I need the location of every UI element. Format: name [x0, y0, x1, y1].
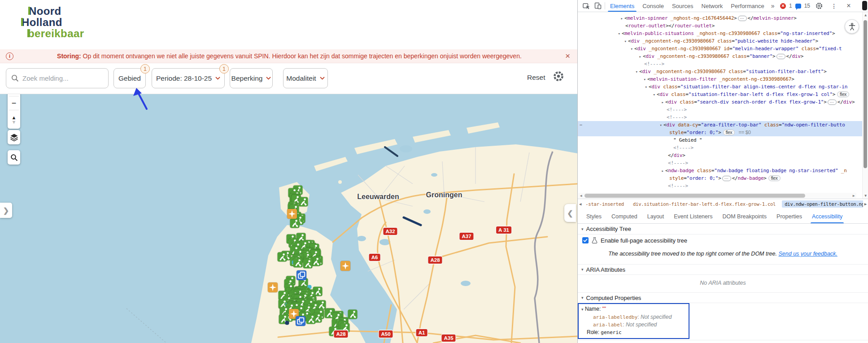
- pane-tab-layout[interactable]: Layout: [643, 211, 668, 223]
- pane-tab-properties[interactable]: Properties: [772, 211, 806, 223]
- breadcrumb-item[interactable]: div.situation-filter-bar-left.d-flex.fle…: [630, 200, 778, 208]
- feedback-link[interactable]: Send us your feedback.: [779, 251, 837, 257]
- banner-close-icon[interactable]: ×: [565, 51, 570, 61]
- breadcrumb-scroll-left-icon[interactable]: ◀: [578, 202, 583, 206]
- cluster-marker[interactable]: [297, 270, 306, 280]
- inspect-element-icon[interactable]: [580, 0, 592, 11]
- dom-tree-row[interactable]: ▾<melvin-public-situations _nghost-ng-c3…: [578, 30, 868, 37]
- dom-vertical-scrollbar[interactable]: ▲ ▼: [862, 12, 868, 199]
- cluster-marker[interactable]: [296, 316, 305, 326]
- name-row[interactable]: ▾ Name: "": [581, 305, 689, 313]
- left-panel-expand-button[interactable]: ❯: [0, 203, 12, 218]
- search-field[interactable]: [6, 68, 109, 88]
- right-panel-collapse-button[interactable]: ❮: [564, 204, 576, 222]
- expand-arrow-open-icon[interactable]: ▾: [634, 68, 639, 76]
- dom-tree-row[interactable]: ▸<div _ngcontent-ng-c3930980667 class="b…: [578, 52, 868, 60]
- dom-token-dots[interactable]: ⋯: [738, 16, 747, 21]
- dom-tree-row[interactable]: " Gebied ": [578, 136, 868, 144]
- devtools-tab-performance[interactable]: Performance: [727, 0, 768, 12]
- issues-bubble-icon[interactable]: [795, 4, 801, 9]
- event-marker[interactable]: [287, 209, 297, 219]
- devtools-tab-sources[interactable]: Sources: [668, 0, 698, 12]
- dom-tree-row[interactable]: ▸<div class="search-div search-order d-f…: [578, 98, 868, 106]
- dom-tree-row[interactable]: ▸<ndw-badge class="ndw-badge floating-ba…: [578, 167, 868, 174]
- dom-tree-row[interactable]: ▸<melvin-spinner _nghost-ng-c1676456442>…: [578, 14, 868, 22]
- filter-button-beperking[interactable]: Beperking: [230, 68, 273, 88]
- pane-tab-styles[interactable]: Styles: [582, 211, 606, 223]
- enable-fullpage-ax-checkbox[interactable]: [582, 237, 589, 243]
- expand-arrow-open-icon[interactable]: ▾: [623, 38, 628, 45]
- dom-tree-row[interactable]: <!---->: [578, 106, 868, 113]
- roadwork-marker[interactable]: [348, 310, 357, 319]
- dom-tree-row[interactable]: ▾<div _ngcontent-ng-c3930980667 id="melv…: [578, 45, 868, 52]
- expand-arrow-open-icon[interactable]: ▾: [658, 122, 663, 129]
- dom-tree-row[interactable]: <!---->: [578, 182, 868, 190]
- section-source-order-viewer[interactable]: ▾Source Order Viewer: [578, 340, 868, 343]
- dom-tree-row[interactable]: style="order: 0;">flex== $0: [578, 129, 868, 136]
- dom-token-dots[interactable]: ⋯: [722, 176, 731, 181]
- elements-dom-tree[interactable]: ▸<melvin-spinner _nghost-ng-c1676456442>…: [578, 12, 868, 199]
- dom-tree-row[interactable]: <!---->: [578, 159, 868, 167]
- expand-arrow-closed-icon[interactable]: ▸: [619, 15, 624, 22]
- expand-arrow-open-icon[interactable]: ▾: [616, 30, 622, 38]
- roadwork-marker[interactable]: [290, 218, 299, 228]
- filter-settings-gear-icon[interactable]: [553, 71, 564, 82]
- dom-horizontal-scrollbar[interactable]: ◀ ▶: [578, 193, 856, 198]
- pane-tab-computed[interactable]: Computed: [607, 211, 641, 223]
- expand-arrow-open-icon[interactable]: ▾: [642, 76, 647, 83]
- dom-token-dots[interactable]: ⋯: [776, 54, 785, 59]
- filter-button-gebied[interactable]: Gebied1: [113, 68, 146, 88]
- devtools-tab-elements[interactable]: Elements: [606, 0, 638, 12]
- devtools-tab-console[interactable]: Console: [638, 0, 668, 12]
- dom-tree-row[interactable]: <router-outlet></router-outlet>: [578, 22, 868, 30]
- dom-token-dots[interactable]: ⋯: [828, 100, 837, 105]
- dom-tree-row[interactable]: <!---->: [578, 113, 868, 121]
- event-marker[interactable]: [340, 261, 350, 271]
- pane-tab-accessibility[interactable]: Accessibility: [808, 211, 846, 223]
- search-input[interactable]: [22, 74, 99, 82]
- expand-arrow-open-icon[interactable]: ▾: [629, 45, 634, 53]
- device-toolbar-icon[interactable]: [592, 0, 604, 11]
- compass-button[interactable]: ▲▼: [8, 110, 20, 129]
- kebab-menu-icon[interactable]: ⋮: [828, 0, 840, 11]
- more-tabs-icon[interactable]: »: [768, 2, 777, 9]
- error-badge-icon[interactable]: ✕: [780, 3, 786, 9]
- breadcrumb-item[interactable]: div.ndw-open-filter-button.ng-star-inser…: [782, 200, 863, 208]
- devtools-close-icon[interactable]: ×: [843, 0, 855, 11]
- expand-arrow-closed-icon[interactable]: ▸: [637, 53, 643, 61]
- dom-tree-row[interactable]: ▾<div class="situation-filter-bar align-…: [578, 83, 868, 91]
- section-computed-properties[interactable]: ▾Computed Properties: [578, 292, 868, 303]
- pane-tab-event-listeners[interactable]: Event Listeners: [670, 211, 716, 223]
- devtools-tab-network[interactable]: Network: [698, 0, 727, 12]
- dom-tree-row[interactable]: ▾<melvin-situation-filter _ngcontent-ng-…: [578, 75, 868, 83]
- layers-button[interactable]: [8, 130, 20, 144]
- site-logo[interactable]: Noord Holland bereikbaar: [22, 5, 84, 39]
- expand-arrow-open-icon[interactable]: ▾: [643, 83, 649, 91]
- filter-button-periode[interactable]: Periode: 28-10-251: [152, 68, 225, 88]
- roadwork-marker[interactable]: [277, 252, 287, 262]
- expand-arrow-open-icon[interactable]: ▾: [651, 91, 657, 99]
- section-aria-attributes[interactable]: ▾ARIA Attributes: [578, 264, 868, 275]
- dom-tree-row[interactable]: <!---->: [578, 60, 868, 68]
- event-marker[interactable]: [268, 282, 278, 292]
- dom-tree-row[interactable]: <!---->: [578, 144, 868, 152]
- dom-tree-row[interactable]: ⋯▾<div data-cy="area-filter-top-bar" cla…: [578, 121, 868, 129]
- map-canvas[interactable]: LeeuwardenGroningenA32A6A28A37A 31A28A50…: [0, 94, 577, 343]
- dom-tree-row[interactable]: ▾<div _ngcontent-ng-c3930980667 class="s…: [578, 68, 868, 75]
- dom-tree-row[interactable]: style="order: 0;">⋯</ndw-badge>flex: [578, 174, 868, 182]
- roadwork-marker[interactable]: [293, 258, 302, 267]
- dom-tree-row[interactable]: ▾<div _ngcontent-ng-c3930980667 class="p…: [578, 37, 868, 45]
- breadcrumb-scroll-right-icon[interactable]: ▶: [863, 202, 868, 206]
- accessibility-tree-toggle-button[interactable]: [845, 19, 859, 34]
- dom-tree-row[interactable]: </div>: [578, 152, 868, 159]
- roadwork-marker[interactable]: [303, 259, 312, 269]
- expand-arrow-closed-icon[interactable]: ▸: [660, 167, 665, 175]
- row-overflow-dots[interactable]: ⋯: [580, 121, 583, 129]
- map-search-button[interactable]: [8, 150, 20, 165]
- devtools-settings-gear-icon[interactable]: [813, 0, 825, 11]
- dom-tree-row[interactable]: ▾<div class="situation-filter-bar-left d…: [578, 91, 868, 98]
- breadcrumb-item[interactable]: -star-inserted: [583, 200, 627, 208]
- expand-arrow-closed-icon[interactable]: ▸: [660, 99, 665, 106]
- section-accessibility-tree[interactable]: ▾Accessibility Tree: [578, 224, 868, 234]
- closure-marker[interactable]: [285, 321, 289, 325]
